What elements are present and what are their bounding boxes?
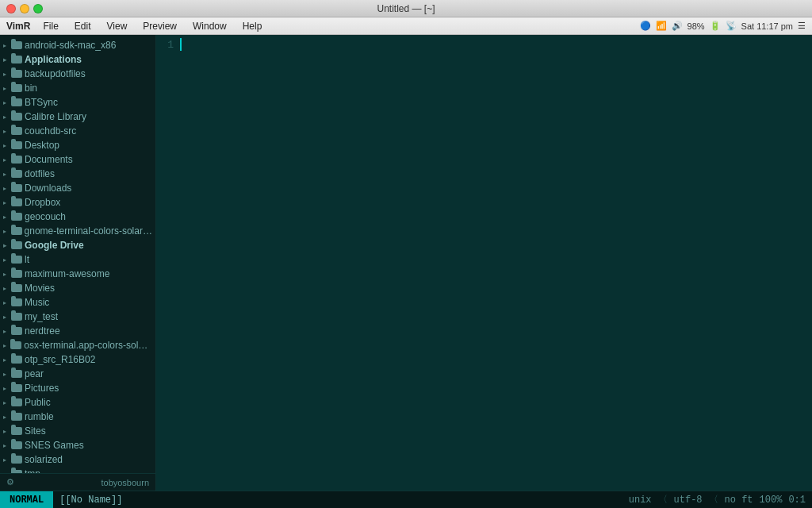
tree-item-label: Documents: [25, 154, 73, 165]
tree-item-label: couchdb-src: [25, 125, 76, 137]
settings-icon[interactable]: ⚙: [6, 477, 14, 487]
charset: utf-8: [674, 495, 703, 506]
cursor-position: 0:1: [788, 495, 806, 506]
tree-item[interactable]: ▸BTSync: [0, 95, 155, 110]
tree-item[interactable]: ▸Music: [0, 295, 155, 310]
maximize-button[interactable]: [33, 4, 43, 13]
tree-item[interactable]: ▸maximum-awesome: [0, 267, 155, 281]
menu-window[interactable]: Window: [186, 19, 233, 33]
menu-help[interactable]: Help: [236, 19, 269, 33]
tree-arrow-icon: ▸: [3, 385, 10, 392]
tree-item[interactable]: ▸Desktop: [0, 138, 155, 152]
sidebar: ▸android-sdk-mac_x86▸Applications▸backup…: [0, 35, 156, 491]
tree-item[interactable]: ▸tmp: [0, 467, 155, 473]
folder-icon: [10, 225, 23, 237]
tree-arrow-icon: ▸: [3, 299, 10, 306]
sidebar-footer: ⚙ tobyosbourn: [0, 473, 155, 491]
tree-item[interactable]: ▸Movies: [0, 281, 155, 295]
tree-item[interactable]: ▸Applications: [0, 52, 155, 67]
folder-icon: [10, 454, 23, 465]
tree-item[interactable]: ▸geocouch: [0, 210, 155, 224]
folder-icon: [10, 111, 23, 122]
window-title: Untitled — [~]: [377, 3, 435, 14]
filetype: no ft: [725, 495, 753, 506]
tree-item-label: Movies: [25, 283, 55, 294]
tree-arrow-icon: ▸: [3, 156, 10, 164]
tree-arrow-icon: ▸: [3, 356, 10, 364]
tree-item-label: pear: [25, 368, 44, 379]
tree-arrow-icon: ▸: [3, 242, 10, 249]
tree-arrow-icon: ▸: [3, 85, 10, 92]
tree-item[interactable]: ▸rumble: [0, 410, 155, 424]
folder-icon: [10, 411, 23, 422]
tree-item[interactable]: ▸dotfiles: [0, 167, 155, 181]
menubar: VimR File Edit View Preview Window Help …: [0, 17, 812, 35]
folder-icon: [10, 68, 23, 79]
tree-item-label: Public: [25, 397, 51, 408]
menu-preview[interactable]: Preview: [136, 19, 183, 33]
bluetooth-icon: 🔵: [640, 21, 651, 31]
tree-item-label: lt: [25, 254, 29, 265]
tree-item[interactable]: ▸Calibre Library: [0, 110, 155, 124]
folder-icon: [10, 125, 23, 137]
titlebar: Untitled — [~]: [0, 0, 812, 17]
tree-arrow-icon: ▸: [3, 42, 10, 49]
folder-icon: [10, 297, 23, 308]
line-number-1: 1: [156, 38, 180, 52]
tree-item-label: maximum-awesome: [25, 268, 109, 279]
tree-item[interactable]: ▸couchdb-src: [0, 124, 155, 138]
tree-item-label: Applications: [25, 54, 82, 65]
close-button[interactable]: [6, 4, 16, 13]
menu-view[interactable]: View: [101, 19, 134, 33]
tree-item[interactable]: ▸Public: [0, 395, 155, 410]
tree-item[interactable]: ▸Pictures: [0, 381, 155, 395]
folder-icon: [10, 54, 23, 65]
tree-item[interactable]: ▸Google Drive: [0, 238, 155, 252]
menu-edit[interactable]: Edit: [68, 19, 98, 33]
minimize-button[interactable]: [20, 4, 29, 13]
tree-item-label: osx-terminal.app-colors-solarized: [24, 340, 152, 351]
file-tree[interactable]: ▸android-sdk-mac_x86▸Applications▸backup…: [0, 35, 155, 473]
file-name-label: [No Name]: [65, 495, 117, 506]
tree-item-label: BTSync: [25, 97, 58, 108]
tree-arrow-icon: ▸: [3, 256, 10, 264]
tree-item[interactable]: ▸Documents: [0, 152, 155, 167]
tree-item-label: my_test: [25, 311, 58, 322]
tree-item[interactable]: ▸Downloads: [0, 181, 155, 195]
tree-item[interactable]: ▸my_test: [0, 310, 155, 324]
tree-item-label: otp_src_R16B02: [25, 354, 95, 365]
folder-icon: [10, 140, 23, 151]
vim-mode: NORMAL: [0, 491, 53, 508]
folder-icon: [10, 168, 23, 179]
username: tobyosbourn: [101, 478, 149, 487]
tree-item[interactable]: ▸Sites: [0, 424, 155, 438]
tree-item[interactable]: ▸SNES Games: [0, 438, 155, 452]
tree-item[interactable]: ▸bin: [0, 81, 155, 95]
tree-item[interactable]: ▸pear: [0, 367, 155, 381]
tree-item[interactable]: ▸Dropbox: [0, 195, 155, 210]
folder-icon: [10, 368, 23, 379]
tree-item[interactable]: ▸solarized: [0, 452, 155, 467]
tree-item-label: SNES Games: [25, 440, 84, 451]
editor-cursor: [180, 38, 182, 51]
tree-item[interactable]: ▸gnome-terminal-colors-solarized: [0, 224, 155, 238]
folder-icon: [10, 154, 23, 165]
tree-item-label: Downloads: [25, 183, 71, 194]
tree-arrow-icon: ▸: [3, 199, 10, 206]
tree-item[interactable]: ▸osx-terminal.app-colors-solarized: [0, 338, 155, 352]
tree-item[interactable]: ▸otp_src_R16B02: [0, 352, 155, 367]
tree-arrow-icon: ▸: [3, 399, 10, 406]
menu-file[interactable]: File: [36, 19, 64, 33]
folder-icon: [10, 254, 23, 265]
editor-area[interactable]: 1: [156, 35, 812, 491]
tree-item[interactable]: ▸backupdotfiles: [0, 67, 155, 81]
main-area: ▸android-sdk-mac_x86▸Applications▸backup…: [0, 35, 812, 491]
folder-icon: [10, 197, 23, 208]
folder-icon: [10, 183, 23, 194]
app-name: VimR: [6, 21, 30, 32]
tree-item[interactable]: ▸lt: [0, 252, 155, 267]
menubar-right: 🔵 📶 🔊 98% 🔋 📡 Sat 11:17 pm ☰: [640, 21, 806, 31]
tree-item[interactable]: ▸android-sdk-mac_x86: [0, 38, 155, 52]
tree-item[interactable]: ▸nerdtree: [0, 324, 155, 338]
folder-icon: [10, 240, 23, 251]
